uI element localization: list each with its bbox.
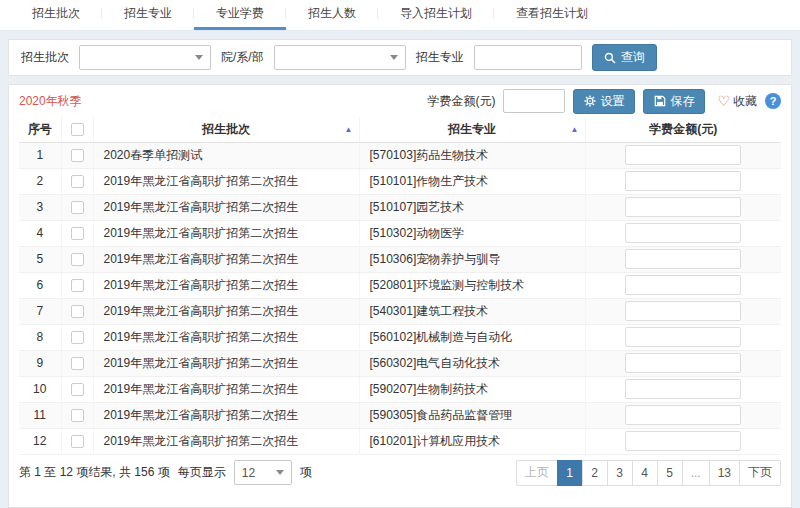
fee-input[interactable] (625, 327, 741, 347)
major-filter-label: 招生专业 (416, 49, 464, 66)
page-button-2[interactable]: 2 (582, 460, 608, 486)
next-page-button[interactable]: 下页 (739, 460, 781, 486)
batch-filter-select[interactable] (79, 45, 211, 70)
fee-input[interactable] (625, 353, 741, 373)
header-major-label: 招生专业 (448, 122, 496, 136)
fee-amount-input[interactable] (503, 89, 565, 113)
tab-6[interactable]: 查看招生计划 (494, 0, 610, 30)
page-button-5[interactable]: 5 (657, 460, 683, 486)
fee-input[interactable] (625, 301, 741, 321)
favorite-button[interactable]: ♡ 收藏 (717, 93, 757, 110)
app-root: 招生批次招生专业专业学费招生人数导入招生计划查看招生计划 招生批次 院/系/部 … (0, 0, 800, 508)
results-summary-area: 第 1 至 12 项结果, 共 156 项 每页显示 12 项 (19, 460, 312, 485)
select-all-checkbox[interactable] (71, 123, 84, 136)
batch-filter-label: 招生批次 (21, 49, 69, 66)
header-index: 序号 (19, 117, 61, 142)
row-index: 9 (19, 350, 61, 376)
per-page-label: 每页显示 (178, 464, 226, 481)
dept-filter-label: 院/系/部 (221, 49, 264, 66)
row-major: [590305]食品药品监督管理 (359, 402, 585, 428)
tab-3[interactable]: 专业学费 (194, 0, 286, 30)
tab-4[interactable]: 招生人数 (286, 0, 378, 30)
row-batch: 2019年黑龙江省高职扩招第二次招生 (93, 194, 359, 220)
per-page-suffix: 项 (300, 464, 312, 481)
season-label: 2020年秋季 (19, 93, 82, 110)
table-row: 2 2019年黑龙江省高职扩招第二次招生 [510101]作物生产技术 (19, 168, 781, 194)
fee-input[interactable] (625, 223, 741, 243)
table-body: 1 2020春季单招测试 [570103]药品生物技术 2 2019年黑龙江省高… (19, 142, 781, 454)
row-checkbox[interactable] (71, 149, 84, 162)
tab-bar: 招生批次招生专业专业学费招生人数导入招生计划查看招生计划 (0, 0, 800, 31)
fee-input[interactable] (625, 197, 741, 217)
header-batch[interactable]: 招生批次 ▲ (93, 117, 359, 142)
row-checkbox[interactable] (71, 175, 84, 188)
row-index: 7 (19, 298, 61, 324)
table-row: 9 2019年黑龙江省高职扩招第二次招生 [560302]电气自动化技术 (19, 350, 781, 376)
chevron-down-icon (390, 55, 398, 60)
row-major: [510107]园艺技术 (359, 194, 585, 220)
fee-toolbar: 2020年秋季 学费金额(元) 设置 (19, 85, 781, 117)
row-checkbox[interactable] (71, 435, 84, 448)
settings-button[interactable]: 设置 (573, 89, 635, 114)
chevron-down-icon (195, 55, 203, 60)
header-batch-label: 招生批次 (202, 122, 250, 136)
heart-icon: ♡ (717, 94, 730, 108)
help-icon[interactable]: ? (765, 93, 781, 109)
tab-1[interactable]: 招生批次 (10, 0, 102, 30)
row-checkbox[interactable] (71, 357, 84, 370)
prev-page-button: 上页 (516, 460, 558, 486)
row-major: [520801]环境监测与控制技术 (359, 272, 585, 298)
row-batch: 2019年黑龙江省高职扩招第二次招生 (93, 246, 359, 272)
table-header-row: 序号 招生批次 ▲ 招生专业 ▲ 学费金额(元) (19, 117, 781, 142)
row-index: 3 (19, 194, 61, 220)
table-row: 10 2019年黑龙江省高职扩招第二次招生 [590207]生物制药技术 (19, 376, 781, 402)
row-checkbox[interactable] (71, 305, 84, 318)
fee-table: 序号 招生批次 ▲ 招生专业 ▲ 学费金额(元) 1 (19, 117, 781, 455)
page-button-1[interactable]: 1 (557, 460, 583, 486)
table-row: 11 2019年黑龙江省高职扩招第二次招生 [590305]食品药品监督管理 (19, 402, 781, 428)
row-major: [610201]计算机应用技术 (359, 428, 585, 454)
row-batch: 2020春季单招测试 (93, 142, 359, 168)
row-major: [570103]药品生物技术 (359, 142, 585, 168)
fee-input[interactable] (625, 171, 741, 191)
row-checkbox[interactable] (71, 409, 84, 422)
fee-input[interactable] (625, 405, 741, 425)
page-button-13[interactable]: 13 (709, 460, 740, 486)
fee-input[interactable] (625, 145, 741, 165)
major-filter-input[interactable] (474, 45, 582, 70)
tab-5[interactable]: 导入招生计划 (378, 0, 494, 30)
page-button-3[interactable]: 3 (607, 460, 633, 486)
row-checkbox[interactable] (71, 227, 84, 240)
fee-input[interactable] (625, 249, 741, 269)
fee-input[interactable] (625, 431, 741, 451)
row-checkbox[interactable] (71, 201, 84, 214)
save-button[interactable]: 保存 (643, 89, 705, 114)
search-button[interactable]: 查询 (592, 44, 657, 71)
tab-2[interactable]: 招生专业 (102, 0, 194, 30)
per-page-select[interactable]: 12 (234, 460, 292, 485)
row-index: 5 (19, 246, 61, 272)
row-batch: 2019年黑龙江省高职扩招第二次招生 (93, 376, 359, 402)
pagination: 上页12345...13下页 (516, 460, 781, 486)
table-footer: 第 1 至 12 项结果, 共 156 项 每页显示 12 项 上页12345.… (19, 455, 781, 491)
row-batch: 2019年黑龙江省高职扩招第二次招生 (93, 298, 359, 324)
page-button-4[interactable]: 4 (632, 460, 658, 486)
table-row: 8 2019年黑龙江省高职扩招第二次招生 [560102]机械制造与自动化 (19, 324, 781, 350)
row-batch: 2019年黑龙江省高职扩招第二次招生 (93, 220, 359, 246)
search-button-label: 查询 (621, 49, 645, 66)
row-checkbox[interactable] (71, 279, 84, 292)
dept-filter-select[interactable] (274, 45, 406, 70)
row-major: [560302]电气自动化技术 (359, 350, 585, 376)
row-checkbox[interactable] (71, 331, 84, 344)
row-checkbox[interactable] (71, 253, 84, 266)
row-index: 4 (19, 220, 61, 246)
page-ellipsis[interactable]: ... (682, 460, 710, 486)
row-major: [510306]宠物养护与驯导 (359, 246, 585, 272)
fee-input[interactable] (625, 379, 741, 399)
row-index: 1 (19, 142, 61, 168)
row-index: 12 (19, 428, 61, 454)
header-major[interactable]: 招生专业 ▲ (359, 117, 585, 142)
row-index: 10 (19, 376, 61, 402)
row-checkbox[interactable] (71, 383, 84, 396)
fee-input[interactable] (625, 275, 741, 295)
